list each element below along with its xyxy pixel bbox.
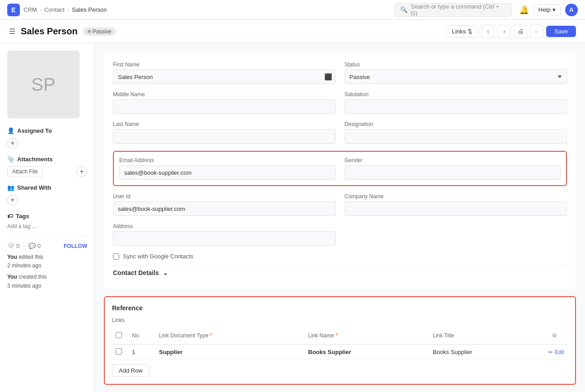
doc-type-col-header: Link Document Type * (155, 327, 304, 345)
company-name-label: Company Name (345, 193, 567, 200)
notification-icon[interactable]: 🔔 (519, 5, 529, 15)
save-button[interactable]: Save (546, 26, 576, 37)
assigned-to-title: 👤 Assigned To (7, 127, 87, 134)
breadcrumb: CRM › Contact › Sales Person (23, 6, 107, 13)
attach-file-row: Attach File + (7, 166, 87, 177)
breadcrumb-current: Sales Person (72, 6, 107, 13)
last-designation-row: Last Name Designation (113, 121, 567, 144)
search-bar[interactable]: 🔍 Search or type a command (Ctrl + G) (394, 3, 512, 17)
attach-file-button[interactable]: Attach File (7, 166, 43, 177)
row-checkbox[interactable] (116, 348, 122, 355)
topnav-actions: 🔔 Help ▾ A (519, 4, 578, 16)
activity1-you: You (7, 254, 17, 260)
add-assigned-button[interactable]: + (7, 138, 18, 149)
contact-details-label: Contact Details (113, 269, 159, 276)
sync-google-label: Sync with Google Contacts (123, 253, 193, 260)
email-input[interactable] (119, 165, 336, 180)
shared-with-section: 👥 Shared With + (7, 184, 87, 205)
topnav: E CRM › Contact › Sales Person 🔍 Search … (0, 0, 585, 20)
designation-input[interactable] (345, 129, 567, 144)
add-attachment-button[interactable]: + (76, 166, 87, 177)
designation-group: Designation (345, 121, 567, 144)
userid-label: User Id (113, 193, 336, 200)
middle-name-group: Middle Name (113, 91, 336, 114)
link-name-col-header: Link Name * (304, 327, 429, 345)
sync-google-checkbox[interactable] (113, 253, 119, 260)
breadcrumb-contact[interactable]: Contact (44, 6, 65, 13)
company-name-input[interactable] (345, 201, 567, 216)
app-icon[interactable]: E (7, 4, 20, 16)
links-label: Links (452, 28, 466, 35)
row-link-title-cell: Books Supplier (429, 345, 545, 360)
status-select[interactable]: Passive (345, 70, 567, 84)
status-label: Status (345, 61, 567, 68)
activity1-text: edited this (19, 254, 43, 260)
add-shared-button[interactable]: + (7, 195, 18, 205)
reference-table: No. Link Document Type * Link Name * Lin… (112, 327, 568, 360)
row-edit-cell: ✏ Edit (545, 345, 568, 360)
follow-button[interactable]: FOLLOW (64, 243, 87, 249)
content-area: First Name ⬛ Status Passive Middle Name (95, 43, 585, 392)
person-icon: 👤 (7, 127, 14, 134)
last-name-label: Last Name (113, 121, 336, 127)
edit-row-button[interactable]: ✏ Edit (548, 349, 564, 355)
salutation-input[interactable] (345, 99, 567, 114)
address-group: Address (113, 223, 567, 246)
contact-details-toggle[interactable]: Contact Details ⌄ (113, 265, 567, 280)
breadcrumb-crm[interactable]: CRM (23, 6, 37, 13)
dot-sep: · (23, 243, 25, 249)
email-label: Email Address (119, 157, 336, 163)
row-doc-type-cell: Supplier (155, 345, 304, 360)
designation-label: Designation (345, 121, 567, 127)
email-gender-row: Email Address Gender (119, 157, 561, 180)
attach-label: Attach File (12, 168, 38, 175)
table-header-row: No. Link Document Type * Link Name * Lin… (112, 327, 568, 345)
avatar-initials: SP (31, 75, 55, 95)
activity1-time: 2 minutes ago (7, 262, 41, 269)
edit-icon: ✏ (548, 349, 553, 355)
gender-input[interactable] (345, 165, 561, 180)
heart-icon: 🤍 (7, 243, 14, 249)
add-tag[interactable]: Add a tag ... (7, 223, 87, 229)
middle-name-input[interactable] (113, 99, 336, 114)
edit-label: Edit (555, 349, 564, 355)
address-input[interactable] (113, 231, 336, 246)
menu-icon[interactable]: ☰ (9, 27, 15, 36)
table-settings-icon[interactable]: ⚙ (548, 330, 560, 341)
links-label: Links (112, 317, 568, 323)
main-layout: SP 👤 Assigned To + 📎 Attachments Attach … (0, 43, 585, 392)
row-checkbox-cell (112, 345, 128, 360)
address-label: Address (113, 223, 567, 229)
checkbox-col-header (112, 327, 128, 345)
prev-button[interactable]: ‹ (481, 25, 495, 38)
activity-log: You edited this 2 minutes ago You create… (7, 253, 87, 290)
req-star-2: * (336, 332, 338, 339)
breadcrumb-sep1: › (40, 6, 42, 13)
gear-col-header: ⚙ (545, 327, 568, 345)
search-placeholder: Search or type a command (Ctrl + G) (411, 3, 506, 17)
first-name-input[interactable] (113, 70, 336, 84)
edit-icon[interactable]: ⬛ (324, 73, 332, 80)
user-avatar[interactable]: A (565, 4, 578, 16)
help-button[interactable]: Help ▾ (534, 4, 561, 15)
more-button[interactable]: ··· (530, 25, 543, 38)
comment-icon: 💬 (28, 243, 36, 249)
userid-input[interactable] (113, 201, 336, 216)
middle-name-label: Middle Name (113, 91, 336, 98)
table-row: 1 Supplier Books Supplier Books Supplier… (112, 345, 568, 360)
tag-icon: 🏷 (7, 213, 13, 219)
next-button[interactable]: › (497, 25, 511, 38)
links-button[interactable]: Links ⇅ (446, 25, 478, 37)
page-header: ☰ Sales Person Passive Links ⇅ ‹ › 🖨 ···… (0, 20, 585, 43)
name-status-row: First Name ⬛ Status Passive (113, 61, 567, 84)
like-count: 🤍 0 (7, 243, 19, 249)
print-button[interactable]: 🖨 (514, 25, 527, 38)
gender-group: Gender (345, 157, 561, 180)
row-no-cell: 1 (128, 345, 155, 360)
select-all-checkbox[interactable] (116, 332, 122, 338)
add-row-button[interactable]: Add Row (112, 364, 150, 377)
status-text: Passive (93, 28, 112, 35)
email-group: Email Address (119, 157, 336, 180)
activity2-text: created this (19, 274, 47, 280)
last-name-input[interactable] (113, 129, 336, 144)
